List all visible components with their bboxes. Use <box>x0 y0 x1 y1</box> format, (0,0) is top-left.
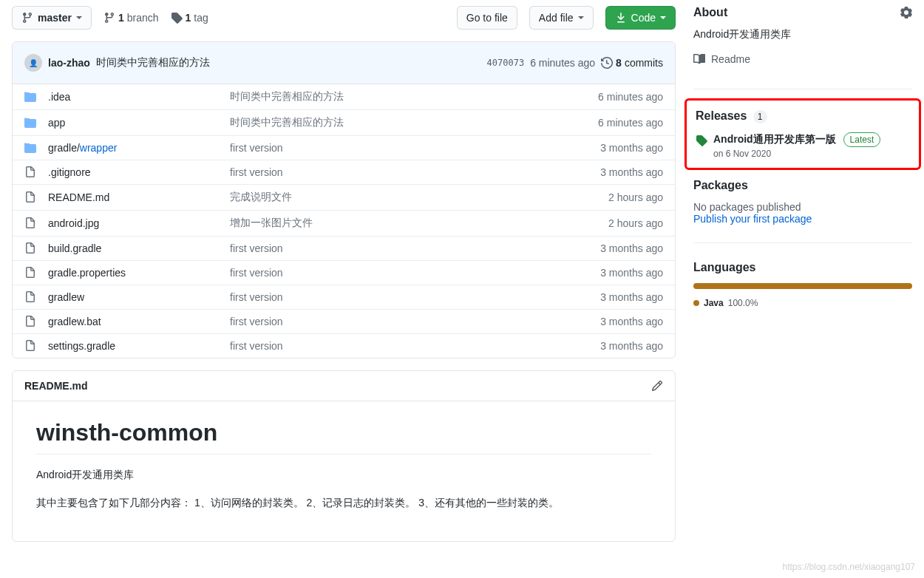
branches-link[interactable]: 1 branch <box>103 12 159 24</box>
file-icon <box>24 316 36 327</box>
file-icon <box>24 291 36 303</box>
file-row: README.md完成说明文件2 hours ago <box>13 185 675 211</box>
branch-name: master <box>38 10 72 25</box>
file-commit-time: 3 months ago <box>600 316 663 327</box>
language-percent: 100.0% <box>728 298 758 308</box>
releases-count: 1 <box>753 110 767 123</box>
file-row: app时间类中完善相应的方法6 minutes ago <box>13 110 675 136</box>
file-commit-time: 3 months ago <box>600 242 663 254</box>
file-row: build.gradlefirst version3 months ago <box>13 237 675 261</box>
book-icon <box>693 53 705 65</box>
file-commit-message[interactable]: 增加一张图片文件 <box>230 217 597 230</box>
readme-link[interactable]: Readme <box>693 53 912 65</box>
file-commit-message[interactable]: first version <box>230 242 588 254</box>
file-name[interactable]: .gitignore <box>48 166 218 178</box>
file-row: .idea时间类中完善相应的方法6 minutes ago <box>13 84 675 110</box>
file-name[interactable]: app <box>48 117 218 129</box>
tag-icon <box>696 135 707 146</box>
file-name[interactable]: gradlew <box>48 291 218 303</box>
commits-count: 8 <box>616 57 622 69</box>
file-name[interactable]: build.gradle <box>48 242 218 254</box>
language-item[interactable]: Java 100.0% <box>693 298 912 308</box>
file-name[interactable]: android.jpg <box>48 217 218 229</box>
file-commit-message[interactable]: first version <box>230 291 588 303</box>
file-name[interactable]: .idea <box>48 91 218 103</box>
file-row: .gitignorefirst version3 months ago <box>13 160 675 185</box>
packages-section: Packages No packages published Publish y… <box>693 179 912 243</box>
caret-down-icon <box>578 16 584 19</box>
readme-h1: winsth-common <box>36 419 651 455</box>
file-icon <box>24 217 36 229</box>
file-commit-time: 3 months ago <box>600 291 663 303</box>
file-name[interactable]: README.md <box>48 191 218 203</box>
language-bar[interactable] <box>693 283 912 289</box>
file-row: gradle/wrapperfirst version3 months ago <box>13 136 675 160</box>
file-commit-message[interactable]: first version <box>230 166 588 178</box>
file-commit-time: 2 hours ago <box>608 191 663 203</box>
release-item[interactable]: Android通用开发库第一版 Latest on 6 Nov 2020 <box>696 132 910 159</box>
edit-readme-button[interactable] <box>651 380 663 392</box>
file-commit-time: 3 months ago <box>600 166 663 178</box>
code-button[interactable]: Code <box>605 6 676 30</box>
commits-link[interactable]: 8 commits <box>601 57 663 69</box>
file-row: gradlewfirst version3 months ago <box>13 285 675 310</box>
file-commit-message[interactable]: first version <box>230 340 588 352</box>
release-title: Android通用开发库第一版 <box>713 133 836 145</box>
language-color-dot <box>693 300 699 306</box>
commit-time: 6 minutes ago <box>530 57 595 69</box>
file-name[interactable]: gradlew.bat <box>48 316 218 327</box>
branches-label: branch <box>127 12 159 24</box>
tag-icon <box>171 12 183 24</box>
file-commit-message[interactable]: first version <box>230 316 588 327</box>
go-to-file-button[interactable]: Go to file <box>457 6 517 30</box>
language-name: Java <box>704 298 724 308</box>
add-file-button[interactable]: Add file <box>529 6 594 30</box>
file-icon <box>24 267 36 279</box>
file-row: gradlew.batfirst version3 months ago <box>13 310 675 334</box>
file-name[interactable]: gradle.properties <box>48 267 218 279</box>
commit-sha[interactable]: 4070073 <box>487 58 525 68</box>
file-name[interactable]: gradle/wrapper <box>48 142 218 154</box>
file-commit-time: 6 minutes ago <box>598 91 663 103</box>
file-icon <box>24 340 36 352</box>
file-name[interactable]: settings.gradle <box>48 340 218 352</box>
tags-count: 1 <box>186 12 191 24</box>
readme-filename[interactable]: README.md <box>24 380 88 392</box>
latest-badge: Latest <box>843 132 881 147</box>
git-branch-icon <box>103 12 115 24</box>
readme-p1: Android开发通用类库 <box>36 466 651 483</box>
release-date: on 6 Nov 2020 <box>713 149 880 159</box>
publish-package-link[interactable]: Publish your first package <box>693 213 812 225</box>
file-commit-message[interactable]: first version <box>230 267 588 279</box>
tags-label: tag <box>194 12 208 24</box>
branch-select-button[interactable]: master <box>12 6 92 30</box>
tags-link[interactable]: 1 tag <box>171 12 208 24</box>
file-commit-time: 2 hours ago <box>608 217 663 229</box>
code-label: Code <box>631 10 656 25</box>
avatar[interactable]: 👤 <box>24 54 42 72</box>
watermark: https://blog.csdn.net/xiaogang107 <box>783 562 915 571</box>
settings-button[interactable] <box>900 7 912 18</box>
file-icon <box>24 166 36 178</box>
file-icon <box>24 191 36 203</box>
file-commit-message[interactable]: 时间类中完善相应的方法 <box>230 116 586 129</box>
about-heading: About <box>693 6 727 19</box>
commits-label: commits <box>625 57 663 69</box>
commit-message[interactable]: 时间类中完善相应的方法 <box>96 56 210 69</box>
releases-heading[interactable]: Releases 1 <box>696 109 767 123</box>
about-section: About Android开发通用类库 Readme <box>693 6 912 89</box>
releases-highlight: Releases 1 Android通用开发库第一版 Latest on 6 N… <box>684 98 921 170</box>
repo-toolbar: master 1 branch 1 tag Go to file Add fil… <box>12 6 676 30</box>
file-row: android.jpg增加一张图片文件2 hours ago <box>13 211 675 237</box>
readme-content: winsth-common Android开发通用类库 其中主要包含了如下几部分… <box>13 401 675 541</box>
file-commit-message[interactable]: first version <box>230 142 588 154</box>
readme-box: README.md winsth-common Android开发通用类库 其中… <box>12 370 676 542</box>
file-row: gradle.propertiesfirst version3 months a… <box>13 261 675 285</box>
download-icon <box>615 12 627 24</box>
packages-none: No packages published <box>693 201 912 213</box>
file-commit-message[interactable]: 完成说明文件 <box>230 191 597 204</box>
latest-commit-header: 👤 lao-zhao 时间类中完善相应的方法 4070073 6 minutes… <box>13 42 675 84</box>
file-commit-message[interactable]: 时间类中完善相应的方法 <box>230 90 586 103</box>
commit-author[interactable]: lao-zhao <box>48 57 90 69</box>
packages-heading[interactable]: Packages <box>693 179 748 192</box>
